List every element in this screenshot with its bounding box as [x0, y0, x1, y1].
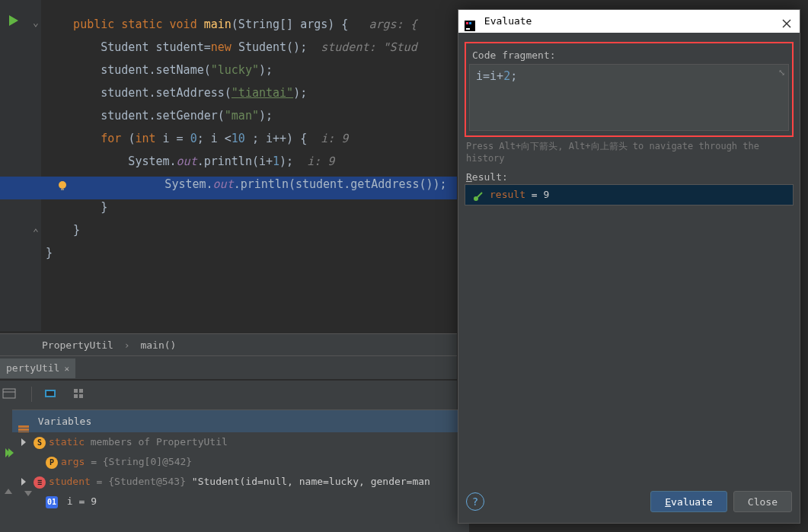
- code-fragment-section: Code fragment: i=i+2; ⤡: [465, 42, 794, 137]
- show-watches-icon[interactable]: [43, 387, 60, 403]
- result-icon: [473, 189, 484, 199]
- down-arrow-icon[interactable]: [23, 487, 35, 499]
- debug-toolbar: [0, 381, 457, 409]
- param-badge-icon: P: [46, 457, 58, 469]
- gutter: ⌄ ✓ ⌃: [0, 0, 42, 331]
- result-panel[interactable]: result = 9: [465, 184, 794, 205]
- dialog-footer: ? Evaluate Close: [458, 480, 800, 523]
- fold-end-icon[interactable]: ⌃: [33, 227, 39, 238]
- variable-row[interactable]: ≡student = {Student@543} "Student(id=nul…: [12, 472, 469, 492]
- dialog-titlebar[interactable]: Evaluate: [458, 10, 800, 33]
- breadcrumb-item[interactable]: PropertyUtil: [42, 339, 113, 351]
- nav-arrows: [3, 487, 35, 507]
- variable-row[interactable]: 01 i = 9: [12, 492, 469, 511]
- code-line: Student student=new Student(); student: …: [46, 36, 457, 59]
- rerun-icon[interactable]: [3, 446, 17, 460]
- history-hint: Press Alt+向下箭头, Alt+向上箭头 to navigate thr…: [458, 137, 800, 167]
- svg-rect-6: [46, 391, 54, 396]
- code-fragment-input[interactable]: i=i+2; ⤡: [469, 64, 789, 131]
- code-line: }: [46, 241, 457, 264]
- evaluate-dialog: Evaluate Code fragment: i=i+2; ⤡ Press A…: [458, 9, 800, 524]
- code-line: public static void main(String[] args) {…: [46, 13, 457, 36]
- svg-rect-17: [466, 28, 470, 30]
- help-icon[interactable]: ?: [466, 492, 484, 511]
- debug-tabbar: pertyUtil✕: [0, 356, 457, 379]
- show-values-icon[interactable]: [72, 387, 89, 403]
- svg-rect-10: [79, 394, 83, 398]
- evaluate-button[interactable]: Evaluate: [650, 491, 727, 512]
- tab-property-util[interactable]: pertyUtil✕: [0, 358, 75, 378]
- object-badge-icon: ≡: [34, 476, 46, 489]
- svg-rect-7: [74, 389, 78, 393]
- result-label: Result:: [458, 167, 800, 184]
- primitive-badge-icon: 01: [46, 496, 58, 508]
- variables-icon: [18, 419, 29, 426]
- svg-marker-15: [24, 491, 32, 496]
- svg-rect-9: [74, 394, 78, 398]
- svg-marker-14: [5, 489, 12, 494]
- intellij-icon: [465, 17, 475, 27]
- code-editor[interactable]: ⌄ ✓ ⌃ public static void main(String[] a…: [0, 0, 457, 331]
- code-line: System.out.println(student.getAddress())…: [46, 173, 457, 196]
- variable-row[interactable]: Sstatic members of PropertyUtil: [12, 432, 469, 452]
- variable-row[interactable]: Pargs = {String[0]@542}: [12, 452, 469, 472]
- svg-rect-18: [466, 22, 468, 24]
- breadcrumb-item[interactable]: main(): [140, 339, 176, 351]
- static-badge-icon: S: [34, 437, 46, 449]
- code-line: student.setAddress("tiantai");: [46, 81, 457, 104]
- svg-rect-12: [18, 428, 29, 431]
- restore-layout-icon[interactable]: [2, 387, 19, 403]
- result-row[interactable]: result = 9: [465, 185, 793, 205]
- svg-rect-19: [469, 22, 471, 24]
- collapse-icon[interactable]: ⤡: [778, 68, 785, 78]
- code-line: student.setGender("man");: [46, 104, 457, 127]
- fold-start-icon[interactable]: ⌄: [33, 17, 39, 28]
- close-icon[interactable]: ✕: [64, 364, 69, 374]
- variables-header[interactable]: Variables: [12, 409, 469, 432]
- svg-rect-11: [18, 425, 29, 428]
- code-fragment-label: Code fragment:: [468, 45, 790, 64]
- expand-icon[interactable]: [21, 438, 26, 446]
- svg-marker-0: [9, 15, 18, 26]
- svg-rect-3: [3, 389, 15, 398]
- code-line: System.out.println(i+1); i: 9: [46, 150, 457, 173]
- breadcrumb[interactable]: PropertyUtil › main(): [0, 333, 457, 356]
- code-line: }: [46, 196, 457, 218]
- run-icon[interactable]: [9, 15, 18, 26]
- svg-rect-8: [79, 389, 83, 393]
- dialog-title: Evaluate: [484, 15, 532, 27]
- breadcrumb-sep-icon: ›: [120, 339, 135, 351]
- close-button[interactable]: Close: [733, 491, 792, 512]
- close-icon[interactable]: [781, 14, 794, 27]
- code-line: for (int i = 0; i <10 ; i++) { i: 9: [46, 127, 457, 150]
- up-arrow-icon[interactable]: [3, 487, 15, 499]
- variables-panel[interactable]: Sstatic members of PropertyUtil Pargs = …: [12, 432, 469, 532]
- code-line: }: [46, 218, 457, 241]
- expand-icon[interactable]: [21, 478, 26, 486]
- code-lines: public static void main(String[] args) {…: [46, 0, 457, 264]
- code-line: student.setName("lucky");: [46, 59, 457, 81]
- debug-sidebar: [0, 409, 12, 532]
